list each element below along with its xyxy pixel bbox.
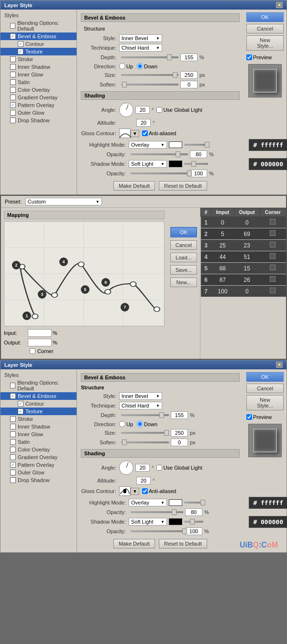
shadow-opacity-thumb-2[interactable] [182,528,187,534]
gloss-contour-preview-2[interactable] [119,486,131,496]
highlight-mode-dropdown-2[interactable]: Overlay ▼ [129,499,167,506]
use-global-light-checkbox-2[interactable] [156,465,162,471]
size-thumb-2[interactable] [164,430,169,436]
highlight-opacity-thumb-2[interactable] [172,509,177,515]
sidebar2-checkbox-inner-glow[interactable] [10,431,16,437]
sidebar2-checkbox-pattern-overlay[interactable] [10,462,16,468]
angle-input[interactable]: 20 [135,106,150,114]
shadow-color-thumb[interactable] [191,161,196,167]
sidebar2-satin[interactable]: Satin [0,438,77,446]
shadow-thumb-2[interactable] [190,519,195,525]
shadow-opacity-slider[interactable] [131,172,188,174]
depth-input-2[interactable] [171,411,188,419]
size-input[interactable]: 250 [180,71,198,79]
angle-input-2[interactable] [135,464,150,472]
corner-check[interactable] [270,230,276,236]
direction-down-radio[interactable] [137,63,143,69]
sidebar2-pattern-overlay[interactable]: Pattern Overlay [0,461,77,469]
sidebar2-checkbox-stroke[interactable] [10,416,16,422]
sidebar-item-inner-shadow[interactable]: Inner Shadow [0,63,77,71]
shadow-color-swatch-2[interactable] [169,518,182,525]
input-field[interactable] [28,329,52,337]
sidebar2-checkbox-gradient-overlay[interactable] [10,454,16,460]
sidebar2-texture[interactable]: Texture [0,408,77,415]
corner-check[interactable] [270,242,276,247]
table-row[interactable]: 3 25 23 [201,240,286,251]
cancel-button-2[interactable]: Cancel [246,384,284,393]
sidebar2-checkbox-color-overlay[interactable] [10,447,16,452]
anti-aliased-checkbox[interactable] [142,130,148,136]
direction-up-radio[interactable] [119,63,125,69]
sidebar-item-color-overlay[interactable]: Color Overlay [0,86,77,94]
altitude-input[interactable]: 20 [136,119,151,127]
sidebar2-checkbox-blending[interactable] [10,383,15,388]
shadow-opacity-slider-2[interactable] [131,530,183,532]
checkbox-gradient-overlay[interactable] [10,95,16,100]
make-default-button[interactable]: Make Default [113,181,155,191]
sidebar-item-drop-shadow[interactable]: Drop Shadow [0,117,77,124]
soften-input[interactable]: 0 [180,81,198,88]
mapping-area[interactable]: 1 2 3 4 5 6 7 [4,221,165,326]
shadow-opacity-input[interactable]: 100 [190,170,207,177]
highlight-opacity-input[interactable]: 80 [190,150,207,158]
depth-slider-2[interactable] [121,414,169,416]
dir2-up[interactable]: Up [119,421,133,427]
corner-check[interactable] [270,219,276,225]
depth-thumb[interactable] [167,54,172,60]
soften-slider-2[interactable] [121,441,169,443]
sidebar2-checkbox-drop-shadow[interactable] [10,477,16,483]
output-field[interactable] [28,339,52,346]
checkbox-contour[interactable] [18,41,23,47]
sidebar2-bevel[interactable]: Bevel & Emboss [0,392,77,400]
size-slider-2[interactable] [121,432,169,434]
angle-dial-2[interactable] [119,461,133,475]
soften-thumb[interactable] [122,82,127,87]
checkbox-blending[interactable] [10,23,15,29]
technique-dropdown-2[interactable]: Chisel Hard ▼ [119,402,162,409]
size-input-2[interactable] [171,429,188,437]
checkbox-stroke[interactable] [10,56,16,62]
shadow-color-slider[interactable] [184,163,208,165]
shadow-opacity-input-2[interactable] [185,527,202,535]
sidebar2-checkbox-satin[interactable] [10,439,16,445]
sidebar2-checkbox-texture[interactable] [18,408,23,414]
close-button-2[interactable]: × [276,362,283,368]
sidebar-item-outer-glow[interactable]: Outer Glow [0,109,77,117]
direction-up-item[interactable]: Up [119,63,133,69]
technique-dropdown[interactable]: Chisel Hard ▼ [119,44,162,52]
highlight-color-swatch-2[interactable] [169,499,182,506]
point-5[interactable]: 5 [81,285,89,294]
sidebar2-checkbox-bevel[interactable] [10,393,16,399]
sidebar2-color-overlay[interactable]: Color Overlay [0,446,77,453]
sidebar-item-satin[interactable]: Satin [0,78,77,86]
sidebar-item-gradient-overlay[interactable]: Gradient Overlay [0,94,77,101]
sidebar-item-contour[interactable]: Contour [0,40,77,48]
sidebar2-checkbox-inner-shadow[interactable] [10,424,16,429]
soften-slider[interactable] [121,84,178,86]
table-row[interactable]: 7 100 0 [201,286,286,297]
sidebar-item-blending[interactable]: Blending Options: Default [0,19,77,32]
shadow-slider-2[interactable] [184,521,203,523]
depth-thumb-2[interactable] [159,412,164,418]
direction-down-item[interactable]: Down [137,63,157,69]
point-6[interactable]: 6 [101,278,110,287]
checkbox-drop-shadow[interactable] [10,118,16,123]
corner-check[interactable] [270,265,276,270]
sidebar2-stroke[interactable]: Stroke [0,415,77,423]
new-style-button-2[interactable]: New Style... [246,395,284,410]
highlight-color-swatch[interactable] [169,141,182,148]
sidebar2-checkbox-outer-glow[interactable] [10,470,16,475]
sidebar2-gradient-overlay[interactable]: Gradient Overlay [0,453,77,461]
highlight-thumb-2[interactable] [200,500,205,505]
anti-aliased-checkbox-2[interactable] [142,488,148,494]
angle-dial[interactable] [119,103,133,117]
soften-thumb-2[interactable] [122,440,127,445]
highlight-opacity-slider-2[interactable] [131,511,183,513]
table-row[interactable]: 4 44 51 [201,251,286,263]
table-row[interactable]: 1 0 0 [201,217,286,228]
shadow-mode-dropdown[interactable]: Soft Light ▼ [129,160,167,168]
reset-to-default-button[interactable]: Reset to Default [159,181,207,191]
table-row[interactable]: 5 68 15 [201,263,286,274]
checkbox-inner-glow[interactable] [10,72,16,77]
contour-save-button[interactable]: Save... [170,265,197,275]
